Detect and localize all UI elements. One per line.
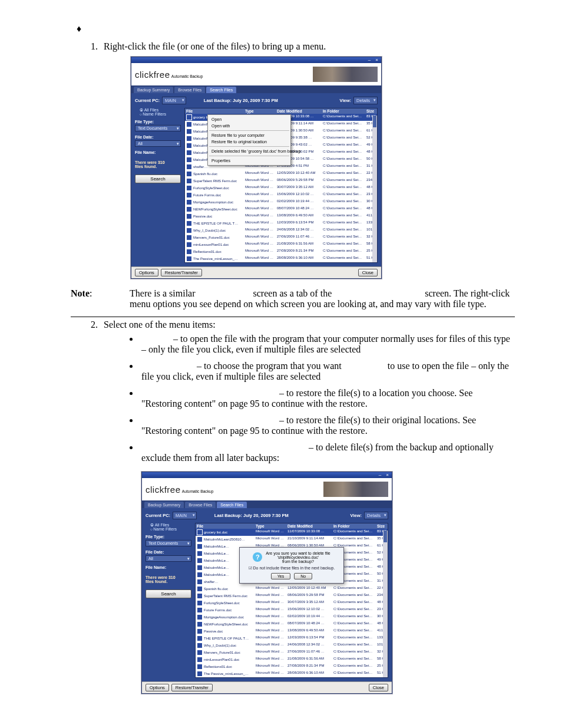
radio-name-filters[interactable]: Name Filters xyxy=(140,112,181,116)
close-button[interactable]: Close xyxy=(358,269,378,276)
table-row[interactable]: Passive.docMicrosoft Word …13/08/2009 6:… xyxy=(196,628,388,635)
table-row[interactable]: grocery list.docMicrosoft Word …11/07/20… xyxy=(196,529,388,536)
tab-backup-summary[interactable]: Backup Summary xyxy=(144,502,184,508)
table-row[interactable]: MortgageAssumption.docMicrosoft Word …02… xyxy=(196,614,388,621)
filedate-dropdown[interactable]: All xyxy=(135,140,181,147)
table-row[interactable]: FurlongStyleSheet.docMicrosoft Word …30/… xyxy=(185,185,377,192)
window-controls[interactable]: – × xyxy=(379,472,391,477)
table-row[interactable]: Passive.docMicrosoft Word …13/08/2009 6:… xyxy=(185,213,377,220)
col-date[interactable]: Date Modified xyxy=(286,523,332,529)
close-button[interactable]: Close xyxy=(369,684,388,691)
options-button[interactable]: Options xyxy=(135,269,158,276)
search-button[interactable]: Search xyxy=(146,589,191,598)
options-button[interactable]: Options xyxy=(146,684,169,691)
menu-open-with[interactable]: Open with xyxy=(208,123,290,129)
checkbox-icon[interactable]: ☑ xyxy=(249,566,252,570)
table-row[interactable]: Future Forms.docMicrosoft Word …15/06/20… xyxy=(185,192,377,199)
col-file[interactable]: File xyxy=(185,108,244,114)
table-row[interactable]: NEWFurlongStyleSheet.docMicrosoft Word …… xyxy=(196,621,388,628)
doc-icon xyxy=(197,586,203,592)
table-row[interactable]: Why_I_Doubt(1).docMicrosoft Word …24/06/… xyxy=(185,227,377,234)
col-type[interactable]: Type xyxy=(244,108,276,114)
menu-open[interactable]: Open xyxy=(208,116,290,123)
radio-all-files[interactable]: All Files xyxy=(140,108,181,112)
menu-restore[interactable]: Restore file to your computer xyxy=(208,132,290,139)
table-row[interactable]: SuperTalent RMS Ferm.docMicrosoft Word …… xyxy=(185,177,377,185)
no-button[interactable]: No xyxy=(294,573,312,579)
yes-button[interactable]: Yes xyxy=(271,573,290,579)
table-row[interactable]: Spanish flu.docMicrosoft Word …12/05/200… xyxy=(185,170,377,177)
tab-browse-files[interactable]: Browse Files xyxy=(185,502,216,508)
doc-icon xyxy=(197,579,203,585)
tab-search-files[interactable]: Search Files xyxy=(217,502,247,508)
current-pc-label: Current PC: xyxy=(146,513,170,518)
table-row[interactable]: Manvers_Future01.docMicrosoft Word …27/0… xyxy=(196,649,388,656)
doc-icon xyxy=(186,121,192,127)
table-row[interactable]: NEWFurlongStyleSheet.docMicrosoft Word …… xyxy=(185,206,377,213)
window-controls[interactable]: – × xyxy=(368,57,380,62)
filetype-label: File Type: xyxy=(146,535,191,539)
restore-transfer-button[interactable]: Restore/Transfer xyxy=(171,684,213,691)
note-body: There is a similar screen as a tab of th… xyxy=(130,288,515,309)
tab-search-files[interactable]: Search Files xyxy=(206,87,236,93)
table-row[interactable]: Future Forms.docMicrosoft Word …15/06/20… xyxy=(196,607,388,614)
col-file[interactable]: File xyxy=(196,523,254,529)
dialog-checkbox-row[interactable]: ☑ Do not include these files in the next… xyxy=(243,566,340,571)
table-row[interactable]: FurlongStyleSheet.docMicrosoft Word …30/… xyxy=(196,599,388,607)
col-size[interactable]: Size xyxy=(376,523,388,529)
table-header: File Type Date Modified In Folder Size xyxy=(185,108,377,114)
restore-transfer-button[interactable]: Restore/Transfer xyxy=(161,269,202,276)
col-folder[interactable]: In Folder xyxy=(332,523,376,529)
list-scrollbar[interactable] xyxy=(383,531,388,677)
step-2: Select one of the menu items: – to open … xyxy=(100,319,515,694)
table-row[interactable]: The Passive_miniLesson_…Microsoft Word …… xyxy=(185,255,377,262)
view-dropdown[interactable]: Details xyxy=(353,97,378,104)
current-pc-dropdown[interactable]: MAIN xyxy=(162,97,186,104)
filename-label: File Name: xyxy=(135,150,181,154)
table-row[interactable]: Reflections01.docMicrosoft Word …27/08/2… xyxy=(185,248,377,255)
tab-browse-files[interactable]: Browse Files xyxy=(174,87,205,93)
filetype-dropdown[interactable]: Text Documents xyxy=(135,125,181,131)
tab-backup-summary[interactable]: Backup Summary xyxy=(134,87,173,93)
col-date[interactable]: Date Modified xyxy=(276,108,322,114)
bullet-open-with: – to choose the program that you want to… xyxy=(139,361,515,382)
current-pc-dropdown[interactable]: MAIN xyxy=(173,512,197,519)
table-row[interactable]: Spanish flu.docMicrosoft Word …12/05/200… xyxy=(196,585,388,592)
filetype-dropdown[interactable]: Text Documents xyxy=(146,540,191,546)
filetype-label: File Type: xyxy=(135,120,181,124)
table-row[interactable]: miniLessonPlan01.docMicrosoft Word …21/0… xyxy=(196,656,388,663)
doc-icon xyxy=(197,536,203,542)
table-row[interactable]: Why_I_Doubt(1).docMicrosoft Word …24/06/… xyxy=(196,642,388,649)
col-folder[interactable]: In Folder xyxy=(322,108,365,114)
step1-text: Right-click the file (or one of the file… xyxy=(104,41,326,51)
doc-icon xyxy=(197,543,203,549)
table-row[interactable]: The Passive_miniLesson_…Microsoft Word …… xyxy=(196,670,388,677)
table-row[interactable]: MalcolmMcLean250810…Microsoft Word …21/1… xyxy=(196,536,388,543)
brand-tagline: Automatic Backup xyxy=(171,74,203,78)
table-row[interactable]: miniLessonPlan01.docMicrosoft Word …21/0… xyxy=(185,241,377,248)
doc-icon xyxy=(186,249,192,255)
search-button[interactable]: Search xyxy=(135,174,181,183)
table-row[interactable]: THE EPISTLE OF PAUL T…Microsoft Word …12… xyxy=(185,220,377,227)
result-count: There were 310files found. xyxy=(146,575,191,584)
radio-name-filters[interactable]: Name Filters xyxy=(150,527,191,531)
col-size[interactable]: Size xyxy=(365,108,378,114)
table-row[interactable]: Reflections01.docMicrosoft Word …27/08/2… xyxy=(196,663,388,670)
view-dropdown[interactable]: Details xyxy=(364,512,388,519)
file-list: File Type Date Modified In Folder Size g… xyxy=(184,108,378,263)
radio-all-files[interactable]: All Files xyxy=(150,523,191,527)
doc-icon xyxy=(186,185,192,191)
col-type[interactable]: Type xyxy=(254,523,286,529)
table-row[interactable]: SuperTalent RMS Ferm.docMicrosoft Word …… xyxy=(196,592,388,599)
table-row[interactable]: MortgageAssumption.docMicrosoft Word …02… xyxy=(185,199,377,206)
table-row[interactable]: Manvers_Future01.docMicrosoft Word …27/0… xyxy=(185,234,377,241)
menu-restore-orig[interactable]: Restore file to original location xyxy=(208,139,290,145)
filedate-dropdown[interactable]: All xyxy=(146,555,191,562)
tab-bar: Backup Summary Browse Files Search Files xyxy=(131,85,381,93)
menu-delete[interactable]: Delete selected file 'grocery list.doc' … xyxy=(208,148,290,154)
menu-properties[interactable]: Properties xyxy=(208,157,290,164)
doc-icon xyxy=(186,220,192,226)
table-row[interactable]: THE EPISTLE OF PAUL T…Microsoft Word …12… xyxy=(196,635,388,642)
list-scrollbar[interactable] xyxy=(372,116,377,262)
context-menu: Open Open with Restore file to your comp… xyxy=(207,114,291,166)
